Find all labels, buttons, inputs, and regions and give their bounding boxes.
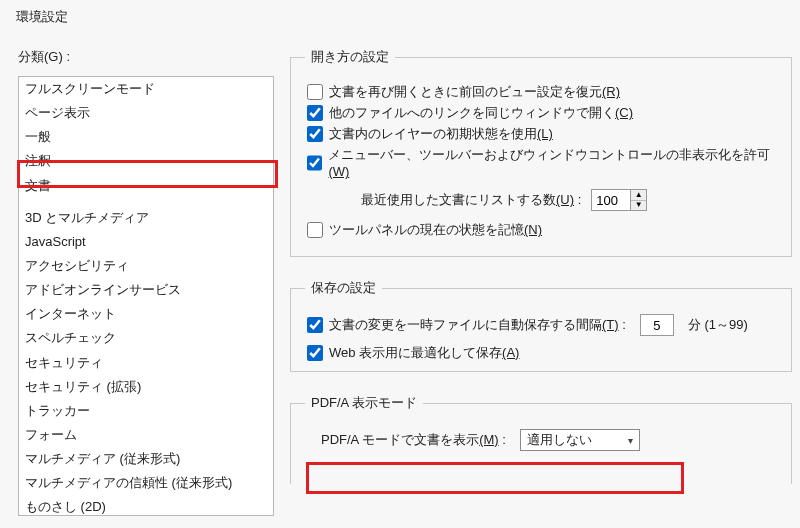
list-item[interactable]: 文書 <box>19 174 273 198</box>
remember-tools-label: ツールパネルの現在の状態を記憶(N) <box>329 221 542 239</box>
autosave-checkbox[interactable] <box>307 317 323 333</box>
same-window-label: 他のファイルへのリンクを同じウィンドウで開く(C) <box>329 104 633 122</box>
layer-state-row[interactable]: 文書内のレイヤーの初期状態を使用(L) <box>305 125 777 143</box>
category-list[interactable]: フルスクリーンモードページ表示一般注釈文書3D とマルチメディアJavaScri… <box>18 76 274 516</box>
list-item[interactable]: アクセシビリティ <box>19 254 273 278</box>
open-settings-group: 開き方の設定 文書を再び開くときに前回のビュー設定を復元(R) 他のファイルへの… <box>290 48 792 257</box>
list-item[interactable]: マルチメディアの信頼性 (従来形式) <box>19 471 273 495</box>
category-label: 分類(G) : <box>18 48 274 66</box>
layer-state-label: 文書内のレイヤーの初期状態を使用(L) <box>329 125 553 143</box>
list-item[interactable]: アドビオンラインサービス <box>19 278 273 302</box>
save-settings-legend: 保存の設定 <box>305 279 382 297</box>
list-item[interactable]: 一般 <box>19 125 273 149</box>
list-item[interactable]: ものさし (2D) <box>19 495 273 516</box>
remember-tools-checkbox[interactable] <box>307 222 323 238</box>
list-item[interactable]: スペルチェック <box>19 326 273 350</box>
restore-view-label: 文書を再び開くときに前回のビュー設定を復元(R) <box>329 83 620 101</box>
spinner-down-button[interactable]: ▼ <box>631 201 646 211</box>
list-item[interactable]: マルチメディア (従来形式) <box>19 447 273 471</box>
same-window-row[interactable]: 他のファイルへのリンクを同じウィンドウで開く(C) <box>305 104 777 122</box>
list-item[interactable]: フォーム <box>19 423 273 447</box>
layer-state-checkbox[interactable] <box>307 126 323 142</box>
pdfa-mode-group: PDF/A 表示モード PDF/A モードで文書を表示(M) : 適用しない ▾ <box>290 394 792 484</box>
list-item[interactable]: インターネット <box>19 302 273 326</box>
list-item[interactable]: 注釈 <box>19 149 273 173</box>
save-settings-group: 保存の設定 文書の変更を一時ファイルに自動保存する間隔(T) : 分 (1～99… <box>290 279 792 372</box>
allow-hide-ui-checkbox[interactable] <box>307 155 322 171</box>
remember-tools-row[interactable]: ツールパネルの現在の状態を記憶(N) <box>305 221 777 239</box>
list-item[interactable]: トラッカー <box>19 399 273 423</box>
optimize-web-row[interactable]: Web 表示用に最適化して保存(A) <box>305 344 777 362</box>
category-label-text: 分類(G) : <box>18 49 70 64</box>
optimize-web-checkbox[interactable] <box>307 345 323 361</box>
same-window-checkbox[interactable] <box>307 105 323 121</box>
recent-docs-label: 最近使用した文書にリストする数(U) : <box>361 191 581 209</box>
optimize-web-label: Web 表示用に最適化して保存(A) <box>329 344 519 362</box>
allow-hide-ui-label: メニューバー、ツールバーおよびウィンドウコントロールの非表示化を許可 (W) <box>328 146 777 179</box>
restore-view-checkbox[interactable] <box>307 84 323 100</box>
list-item[interactable]: セキュリティ (拡張) <box>19 375 273 399</box>
spinner-up-button[interactable]: ▲ <box>631 190 646 201</box>
autosave-interval-input[interactable] <box>640 314 674 336</box>
autosave-row: 文書の変更を一時ファイルに自動保存する間隔(T) : 分 (1～99) <box>305 314 777 336</box>
autosave-label: 文書の変更を一時ファイルに自動保存する間隔(T) : <box>329 316 626 334</box>
chevron-down-icon: ▾ <box>628 435 633 446</box>
open-settings-legend: 開き方の設定 <box>305 48 395 66</box>
autosave-checkbox-label[interactable]: 文書の変更を一時ファイルに自動保存する間隔(T) : <box>307 316 626 334</box>
list-item[interactable]: 3D とマルチメディア <box>19 206 273 230</box>
list-item[interactable]: ページ表示 <box>19 101 273 125</box>
pdfa-mode-legend: PDF/A 表示モード <box>305 394 423 412</box>
list-item[interactable]: JavaScript <box>19 230 273 254</box>
recent-docs-row: 最近使用した文書にリストする数(U) : ▲ ▼ <box>361 189 777 211</box>
restore-view-row[interactable]: 文書を再び開くときに前回のビュー設定を復元(R) <box>305 83 777 101</box>
list-item[interactable]: フルスクリーンモード <box>19 77 273 101</box>
pdfa-mode-row: PDF/A モードで文書を表示(M) : 適用しない ▾ <box>305 429 777 451</box>
recent-docs-spinner[interactable]: ▲ ▼ <box>631 189 647 211</box>
allow-hide-ui-row[interactable]: メニューバー、ツールバーおよびウィンドウコントロールの非表示化を許可 (W) <box>305 146 777 179</box>
pdfa-mode-dropdown[interactable]: 適用しない ▾ <box>520 429 640 451</box>
list-item[interactable]: セキュリティ <box>19 351 273 375</box>
pdfa-mode-value: 適用しない <box>527 431 592 449</box>
pdfa-mode-label: PDF/A モードで文書を表示(M) : <box>321 431 506 449</box>
autosave-unit-label: 分 (1～99) <box>688 316 748 334</box>
recent-docs-input[interactable] <box>591 189 631 211</box>
window-title: 環境設定 <box>16 8 68 26</box>
